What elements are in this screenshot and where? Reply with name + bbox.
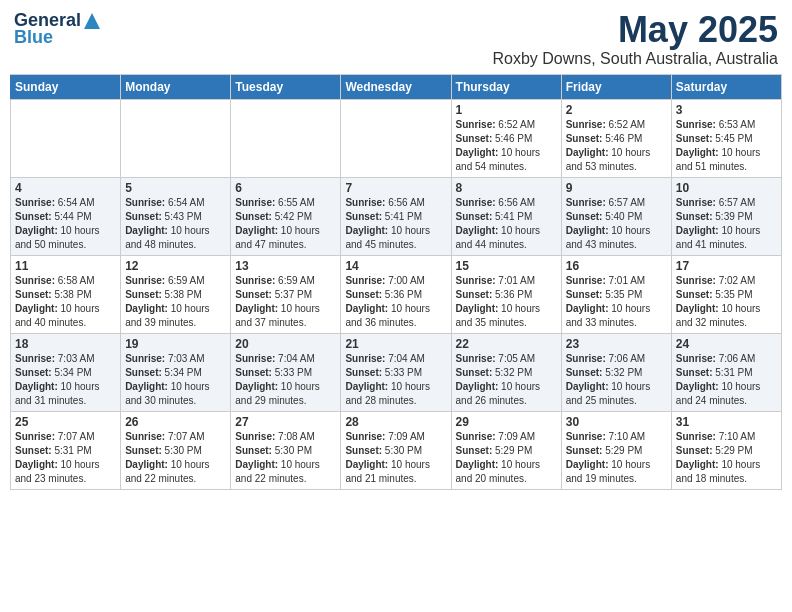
day-number: 5 <box>125 181 226 195</box>
calendar-cell: 14Sunrise: 7:00 AMSunset: 5:36 PMDayligh… <box>341 255 451 333</box>
header-friday: Friday <box>561 74 671 99</box>
location-title: Roxby Downs, South Australia, Australia <box>493 50 778 68</box>
day-number: 24 <box>676 337 777 351</box>
logo-blue: Blue <box>14 27 53 48</box>
calendar-cell: 29Sunrise: 7:09 AMSunset: 5:29 PMDayligh… <box>451 411 561 489</box>
day-info: Sunrise: 7:08 AMSunset: 5:30 PMDaylight:… <box>235 430 336 486</box>
header-wednesday: Wednesday <box>341 74 451 99</box>
day-number: 18 <box>15 337 116 351</box>
day-info: Sunrise: 7:04 AMSunset: 5:33 PMDaylight:… <box>345 352 446 408</box>
day-info: Sunrise: 7:00 AMSunset: 5:36 PMDaylight:… <box>345 274 446 330</box>
day-info: Sunrise: 7:01 AMSunset: 5:35 PMDaylight:… <box>566 274 667 330</box>
calendar-cell: 7Sunrise: 6:56 AMSunset: 5:41 PMDaylight… <box>341 177 451 255</box>
day-info: Sunrise: 6:57 AMSunset: 5:39 PMDaylight:… <box>676 196 777 252</box>
calendar-table: SundayMondayTuesdayWednesdayThursdayFrid… <box>10 74 782 490</box>
calendar-week-5: 25Sunrise: 7:07 AMSunset: 5:31 PMDayligh… <box>11 411 782 489</box>
day-info: Sunrise: 7:03 AMSunset: 5:34 PMDaylight:… <box>15 352 116 408</box>
day-number: 28 <box>345 415 446 429</box>
day-number: 21 <box>345 337 446 351</box>
day-number: 1 <box>456 103 557 117</box>
header-monday: Monday <box>121 74 231 99</box>
day-info: Sunrise: 7:07 AMSunset: 5:30 PMDaylight:… <box>125 430 226 486</box>
day-info: Sunrise: 6:59 AMSunset: 5:38 PMDaylight:… <box>125 274 226 330</box>
calendar-cell: 15Sunrise: 7:01 AMSunset: 5:36 PMDayligh… <box>451 255 561 333</box>
day-info: Sunrise: 7:06 AMSunset: 5:32 PMDaylight:… <box>566 352 667 408</box>
calendar-cell: 31Sunrise: 7:10 AMSunset: 5:29 PMDayligh… <box>671 411 781 489</box>
calendar-cell <box>231 99 341 177</box>
day-info: Sunrise: 6:54 AMSunset: 5:44 PMDaylight:… <box>15 196 116 252</box>
day-info: Sunrise: 6:58 AMSunset: 5:38 PMDaylight:… <box>15 274 116 330</box>
day-number: 29 <box>456 415 557 429</box>
logo-triangle-icon <box>83 12 101 30</box>
day-number: 26 <box>125 415 226 429</box>
calendar-cell <box>121 99 231 177</box>
calendar-cell: 21Sunrise: 7:04 AMSunset: 5:33 PMDayligh… <box>341 333 451 411</box>
day-number: 23 <box>566 337 667 351</box>
day-number: 3 <box>676 103 777 117</box>
calendar-week-2: 4Sunrise: 6:54 AMSunset: 5:44 PMDaylight… <box>11 177 782 255</box>
header-tuesday: Tuesday <box>231 74 341 99</box>
day-number: 20 <box>235 337 336 351</box>
day-number: 25 <box>15 415 116 429</box>
calendar-cell: 24Sunrise: 7:06 AMSunset: 5:31 PMDayligh… <box>671 333 781 411</box>
calendar-cell <box>341 99 451 177</box>
calendar-cell: 9Sunrise: 6:57 AMSunset: 5:40 PMDaylight… <box>561 177 671 255</box>
calendar-cell: 12Sunrise: 6:59 AMSunset: 5:38 PMDayligh… <box>121 255 231 333</box>
day-info: Sunrise: 6:52 AMSunset: 5:46 PMDaylight:… <box>566 118 667 174</box>
day-number: 9 <box>566 181 667 195</box>
calendar-cell: 6Sunrise: 6:55 AMSunset: 5:42 PMDaylight… <box>231 177 341 255</box>
day-info: Sunrise: 7:01 AMSunset: 5:36 PMDaylight:… <box>456 274 557 330</box>
calendar-cell: 5Sunrise: 6:54 AMSunset: 5:43 PMDaylight… <box>121 177 231 255</box>
calendar-cell: 30Sunrise: 7:10 AMSunset: 5:29 PMDayligh… <box>561 411 671 489</box>
calendar-cell: 27Sunrise: 7:08 AMSunset: 5:30 PMDayligh… <box>231 411 341 489</box>
calendar-cell: 10Sunrise: 6:57 AMSunset: 5:39 PMDayligh… <box>671 177 781 255</box>
day-number: 17 <box>676 259 777 273</box>
day-number: 6 <box>235 181 336 195</box>
calendar-cell <box>11 99 121 177</box>
day-number: 4 <box>15 181 116 195</box>
calendar-cell: 3Sunrise: 6:53 AMSunset: 5:45 PMDaylight… <box>671 99 781 177</box>
day-info: Sunrise: 6:57 AMSunset: 5:40 PMDaylight:… <box>566 196 667 252</box>
day-info: Sunrise: 6:59 AMSunset: 5:37 PMDaylight:… <box>235 274 336 330</box>
calendar-cell: 28Sunrise: 7:09 AMSunset: 5:30 PMDayligh… <box>341 411 451 489</box>
day-info: Sunrise: 7:04 AMSunset: 5:33 PMDaylight:… <box>235 352 336 408</box>
header-sunday: Sunday <box>11 74 121 99</box>
calendar-cell: 13Sunrise: 6:59 AMSunset: 5:37 PMDayligh… <box>231 255 341 333</box>
logo: General Blue <box>14 10 101 48</box>
day-info: Sunrise: 7:10 AMSunset: 5:29 PMDaylight:… <box>676 430 777 486</box>
day-info: Sunrise: 7:05 AMSunset: 5:32 PMDaylight:… <box>456 352 557 408</box>
day-number: 12 <box>125 259 226 273</box>
day-number: 22 <box>456 337 557 351</box>
day-number: 13 <box>235 259 336 273</box>
day-info: Sunrise: 6:53 AMSunset: 5:45 PMDaylight:… <box>676 118 777 174</box>
page-header: General Blue May 2025 Roxby Downs, South… <box>10 10 782 68</box>
calendar-week-3: 11Sunrise: 6:58 AMSunset: 5:38 PMDayligh… <box>11 255 782 333</box>
day-number: 14 <box>345 259 446 273</box>
day-number: 16 <box>566 259 667 273</box>
day-info: Sunrise: 6:56 AMSunset: 5:41 PMDaylight:… <box>456 196 557 252</box>
day-number: 31 <box>676 415 777 429</box>
day-info: Sunrise: 7:07 AMSunset: 5:31 PMDaylight:… <box>15 430 116 486</box>
day-info: Sunrise: 7:10 AMSunset: 5:29 PMDaylight:… <box>566 430 667 486</box>
day-number: 27 <box>235 415 336 429</box>
calendar-cell: 20Sunrise: 7:04 AMSunset: 5:33 PMDayligh… <box>231 333 341 411</box>
header-thursday: Thursday <box>451 74 561 99</box>
day-info: Sunrise: 7:03 AMSunset: 5:34 PMDaylight:… <box>125 352 226 408</box>
calendar-header-row: SundayMondayTuesdayWednesdayThursdayFrid… <box>11 74 782 99</box>
calendar-cell: 8Sunrise: 6:56 AMSunset: 5:41 PMDaylight… <box>451 177 561 255</box>
calendar-cell: 22Sunrise: 7:05 AMSunset: 5:32 PMDayligh… <box>451 333 561 411</box>
calendar-cell: 11Sunrise: 6:58 AMSunset: 5:38 PMDayligh… <box>11 255 121 333</box>
calendar-cell: 1Sunrise: 6:52 AMSunset: 5:46 PMDaylight… <box>451 99 561 177</box>
month-title: May 2025 <box>493 10 778 50</box>
day-number: 10 <box>676 181 777 195</box>
day-info: Sunrise: 6:52 AMSunset: 5:46 PMDaylight:… <box>456 118 557 174</box>
day-info: Sunrise: 6:56 AMSunset: 5:41 PMDaylight:… <box>345 196 446 252</box>
calendar-cell: 17Sunrise: 7:02 AMSunset: 5:35 PMDayligh… <box>671 255 781 333</box>
day-number: 15 <box>456 259 557 273</box>
calendar-cell: 25Sunrise: 7:07 AMSunset: 5:31 PMDayligh… <box>11 411 121 489</box>
day-info: Sunrise: 7:09 AMSunset: 5:29 PMDaylight:… <box>456 430 557 486</box>
day-number: 11 <box>15 259 116 273</box>
day-number: 7 <box>345 181 446 195</box>
day-number: 8 <box>456 181 557 195</box>
calendar-cell: 26Sunrise: 7:07 AMSunset: 5:30 PMDayligh… <box>121 411 231 489</box>
